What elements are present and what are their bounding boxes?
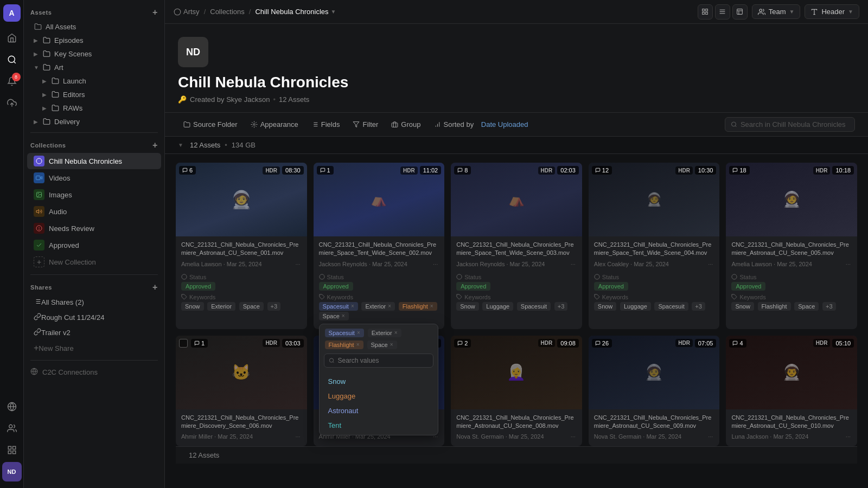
dropdown-option-snow[interactable]: Snow [322, 374, 436, 389]
nav-home[interactable] [2, 28, 22, 48]
user-avatar-small[interactable]: ND [2, 462, 22, 481]
svg-rect-7 [12, 446, 15, 449]
view-icon-2[interactable] [715, 4, 730, 20]
search-input[interactable] [741, 120, 849, 129]
hdr-badge-003: HDR [538, 166, 556, 175]
author-004: Alex Coakley · Mar 25, 2024 [594, 261, 669, 267]
collection-thumb [34, 156, 44, 166]
folder-key-scenes-icon [42, 49, 51, 58]
add-share-btn[interactable]: + [152, 282, 158, 292]
asset-card-010[interactable]: 👨‍🚀 4 HDR 05:10 CNC_221321_Chill_Neb [726, 336, 857, 447]
sidebar-item-rough-cut[interactable]: Rough Cut 11/24/24 [27, 310, 161, 325]
sidebar-item-launch[interactable]: ▶ Launch [27, 74, 161, 87]
more-menu-002[interactable]: ··· [432, 260, 439, 268]
filename-002: CNC_221321_Chill_Nebula_Chronicles_Premi… [319, 241, 439, 258]
sidebar-item-all-shares[interactable]: All Shares (2) [27, 295, 161, 310]
header-button[interactable]: Header ▼ [805, 4, 859, 19]
nav-bottom-1[interactable] [2, 397, 22, 416]
asset-thumb-005: 🧑‍🚀 18 HDR 10:18 [726, 163, 857, 236]
dropdown-search-input[interactable] [337, 357, 428, 364]
hdr-badge-002: HDR [400, 166, 418, 175]
checkbox-006[interactable] [179, 339, 188, 348]
source-folder-btn[interactable]: Source Folder [178, 118, 243, 131]
asset-card-004[interactable]: 🧑‍🚀 12 HDR 10:30 CNC_221321_Chill_Ne [589, 163, 720, 329]
filename-010: CNC_221321_Chill_Nebula_Chronicles_Premi… [731, 414, 852, 431]
sidebar-item-episodes[interactable]: ▶ Episodes [27, 34, 161, 47]
breadcrumb-collections[interactable]: Collections [210, 8, 245, 16]
c2c-connections[interactable]: C2C Connections [24, 365, 164, 380]
asset-card-002[interactable]: ⛺ 1 HDR 11:02 CNC_221321_Chill_Nebula_ [314, 163, 445, 329]
asset-card-009[interactable]: 🧑‍🚀 26 HDR 07:05 CNC_221321_Chill_Ne [589, 336, 720, 447]
add-asset-btn[interactable]: + [152, 8, 158, 17]
fields-btn[interactable]: Fields [306, 118, 346, 131]
breadcrumb-current[interactable]: Chill Nebula Chronicles ▼ [255, 8, 336, 16]
dropdown-option-tent[interactable]: Tent [322, 418, 436, 433]
more-menu-004[interactable]: ··· [707, 260, 714, 268]
more-menu-008[interactable]: ··· [570, 432, 577, 441]
dropdown-option-astronaut[interactable]: Astronaut [322, 403, 436, 418]
sidebar-item-raws[interactable]: ▶ RAWs [27, 101, 161, 114]
svg-rect-29 [703, 12, 705, 15]
appearance-btn[interactable]: Appearance [245, 118, 304, 131]
folder-delivery-icon [42, 117, 51, 126]
collection-item-audio[interactable]: Audio [27, 203, 161, 220]
new-collection-btn[interactable]: + New Collection [27, 254, 161, 270]
dropdown-tag-exterior[interactable]: Exterior × [368, 329, 401, 337]
asset-card-001[interactable]: 🧑‍🚀 6 HDR 08:30 CNC_221321_Chill_Neb [176, 163, 307, 329]
bottom-bar: 12 Assets [176, 446, 857, 464]
sidebar-item-key-scenes[interactable]: ▶ Key Scenes [27, 47, 161, 60]
search-box[interactable] [725, 117, 855, 132]
svg-line-53 [735, 126, 736, 127]
collection-title: Chill Nebula Chronicles [178, 74, 855, 91]
nav-upload[interactable] [2, 93, 22, 113]
asset-card-008[interactable]: 👩‍🦳 2 HDR 09:08 CNC_221321_Chill_Neb [451, 336, 582, 447]
dropdown-tag-space[interactable]: Space × [367, 341, 397, 349]
svg-point-40 [253, 124, 255, 125]
more-menu-003[interactable]: ··· [570, 260, 577, 268]
nav-search[interactable] [2, 50, 22, 69]
more-menu-001[interactable]: ··· [294, 260, 301, 268]
svg-rect-28 [706, 9, 708, 11]
sidebar-item-art[interactable]: ▼ Art [27, 61, 161, 74]
nav-bottom-3[interactable] [2, 440, 22, 460]
view-icon-3[interactable] [732, 4, 748, 20]
collection-item-approved[interactable]: Approved [27, 237, 161, 253]
keyword-more-005: +3 [822, 302, 836, 311]
nav-bottom-2[interactable] [2, 419, 22, 438]
dropdown-option-luggage[interactable]: Luggage [322, 389, 436, 403]
add-collection-btn[interactable]: + [152, 140, 158, 150]
asset-card-005[interactable]: 🧑‍🚀 18 HDR 10:18 CNC_221321_Chill_Ne [726, 163, 857, 329]
group-btn[interactable]: Group [386, 118, 426, 131]
view-icon-1[interactable] [698, 4, 713, 20]
filter-btn[interactable]: Filter [347, 118, 384, 131]
collection-item-images[interactable]: Images [27, 187, 161, 203]
app-logo[interactable]: A [3, 4, 21, 22]
status-label-002: Status [319, 274, 439, 280]
more-menu-006[interactable]: ··· [294, 432, 301, 441]
sidebar-item-delivery[interactable]: ▶ Delivery [27, 115, 161, 128]
asset-card-003[interactable]: ⛺ 8 HDR 02:03 CNC_221321_Chill_Nebula_ [451, 163, 582, 329]
asset-card-006[interactable]: 🐱 1 HDR 03:03 [176, 336, 307, 447]
new-share-btn[interactable]: + New Share [27, 341, 161, 356]
breadcrumb-artsy[interactable]: Artsy [174, 8, 200, 16]
dropdown-tag-spacesuit[interactable]: Spacesuit × [325, 329, 364, 337]
more-menu-005[interactable]: ··· [845, 260, 852, 268]
svg-marker-47 [354, 122, 360, 127]
svg-point-61 [595, 274, 599, 279]
collection-item-needs-review[interactable]: Needs Review [27, 220, 161, 236]
keyword-luggage-004: Luggage [620, 302, 651, 311]
sidebar-item-editors[interactable]: ▶ Editors [27, 88, 161, 101]
sidebar-item-all-assets[interactable]: All Assets [27, 20, 161, 33]
keyword-flashlight-005: Flashlight [758, 302, 791, 311]
sort-btn[interactable]: Sorted by Date Uploaded [429, 118, 534, 131]
more-menu-009[interactable]: ··· [707, 432, 714, 441]
team-button[interactable]: Team ▼ [752, 4, 801, 19]
nav-notifications[interactable]: 8 [2, 72, 22, 91]
asset-thumb-004: 🧑‍🚀 12 HDR 10:30 [589, 163, 720, 236]
dropdown-tag-flashlight[interactable]: Flashlight × [325, 341, 363, 349]
collection-item-chill-nebula[interactable]: Chill Nebula Chronicles [27, 153, 161, 169]
sidebar-item-trailer-v2[interactable]: Trailer v2 [27, 325, 161, 340]
collection-item-videos[interactable]: Videos [27, 170, 161, 186]
more-menu-010[interactable]: ··· [845, 432, 852, 441]
filename-005: CNC_221321_Chill_Nebula_Chronicles_Premi… [731, 241, 852, 258]
